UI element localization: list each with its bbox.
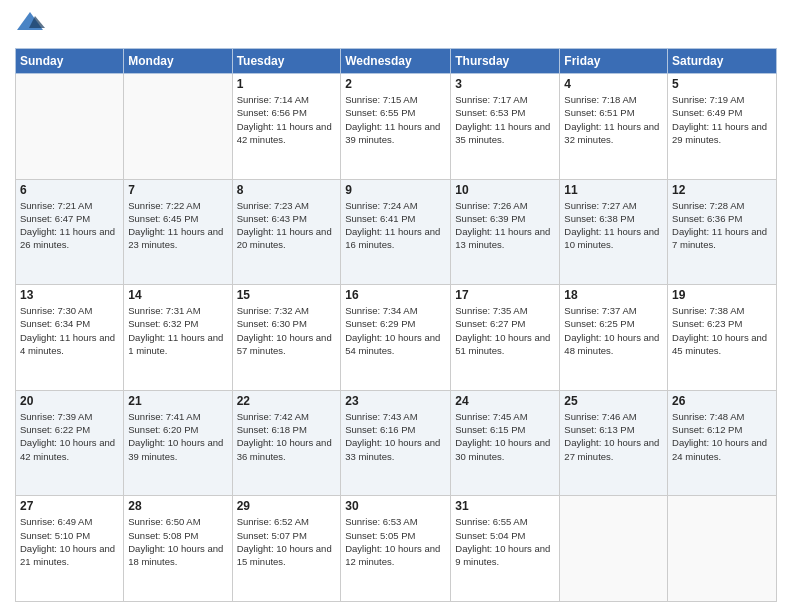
- calendar-cell: 1Sunrise: 7:14 AM Sunset: 6:56 PM Daylig…: [232, 74, 341, 180]
- calendar-cell: 23Sunrise: 7:43 AM Sunset: 6:16 PM Dayli…: [341, 390, 451, 496]
- calendar-table: SundayMondayTuesdayWednesdayThursdayFrid…: [15, 48, 777, 602]
- weekday-header-friday: Friday: [560, 49, 668, 74]
- calendar-cell: 13Sunrise: 7:30 AM Sunset: 6:34 PM Dayli…: [16, 285, 124, 391]
- weekday-header-tuesday: Tuesday: [232, 49, 341, 74]
- calendar-week-row: 20Sunrise: 7:39 AM Sunset: 6:22 PM Dayli…: [16, 390, 777, 496]
- calendar-cell: 31Sunrise: 6:55 AM Sunset: 5:04 PM Dayli…: [451, 496, 560, 602]
- day-info: Sunrise: 7:39 AM Sunset: 6:22 PM Dayligh…: [20, 410, 119, 463]
- day-info: Sunrise: 7:43 AM Sunset: 6:16 PM Dayligh…: [345, 410, 446, 463]
- weekday-header-wednesday: Wednesday: [341, 49, 451, 74]
- day-info: Sunrise: 7:30 AM Sunset: 6:34 PM Dayligh…: [20, 304, 119, 357]
- day-info: Sunrise: 7:22 AM Sunset: 6:45 PM Dayligh…: [128, 199, 227, 252]
- calendar-cell: 12Sunrise: 7:28 AM Sunset: 6:36 PM Dayli…: [668, 179, 777, 285]
- day-number: 5: [672, 77, 772, 91]
- calendar-cell: 6Sunrise: 7:21 AM Sunset: 6:47 PM Daylig…: [16, 179, 124, 285]
- day-info: Sunrise: 7:45 AM Sunset: 6:15 PM Dayligh…: [455, 410, 555, 463]
- day-number: 4: [564, 77, 663, 91]
- calendar-cell: 15Sunrise: 7:32 AM Sunset: 6:30 PM Dayli…: [232, 285, 341, 391]
- day-number: 2: [345, 77, 446, 91]
- calendar-cell: [560, 496, 668, 602]
- day-info: Sunrise: 7:48 AM Sunset: 6:12 PM Dayligh…: [672, 410, 772, 463]
- day-number: 23: [345, 394, 446, 408]
- day-number: 8: [237, 183, 337, 197]
- day-number: 14: [128, 288, 227, 302]
- day-info: Sunrise: 7:37 AM Sunset: 6:25 PM Dayligh…: [564, 304, 663, 357]
- day-info: Sunrise: 7:23 AM Sunset: 6:43 PM Dayligh…: [237, 199, 337, 252]
- calendar-cell: [124, 74, 232, 180]
- day-number: 25: [564, 394, 663, 408]
- day-info: Sunrise: 7:31 AM Sunset: 6:32 PM Dayligh…: [128, 304, 227, 357]
- calendar-cell: 7Sunrise: 7:22 AM Sunset: 6:45 PM Daylig…: [124, 179, 232, 285]
- calendar-cell: 18Sunrise: 7:37 AM Sunset: 6:25 PM Dayli…: [560, 285, 668, 391]
- day-info: Sunrise: 7:34 AM Sunset: 6:29 PM Dayligh…: [345, 304, 446, 357]
- calendar-cell: [668, 496, 777, 602]
- header: [15, 10, 777, 42]
- day-number: 19: [672, 288, 772, 302]
- day-info: Sunrise: 7:46 AM Sunset: 6:13 PM Dayligh…: [564, 410, 663, 463]
- day-info: Sunrise: 7:42 AM Sunset: 6:18 PM Dayligh…: [237, 410, 337, 463]
- day-number: 6: [20, 183, 119, 197]
- day-info: Sunrise: 7:41 AM Sunset: 6:20 PM Dayligh…: [128, 410, 227, 463]
- calendar-week-row: 6Sunrise: 7:21 AM Sunset: 6:47 PM Daylig…: [16, 179, 777, 285]
- day-number: 27: [20, 499, 119, 513]
- calendar-cell: 25Sunrise: 7:46 AM Sunset: 6:13 PM Dayli…: [560, 390, 668, 496]
- calendar-cell: 21Sunrise: 7:41 AM Sunset: 6:20 PM Dayli…: [124, 390, 232, 496]
- weekday-header-saturday: Saturday: [668, 49, 777, 74]
- page: SundayMondayTuesdayWednesdayThursdayFrid…: [0, 0, 792, 612]
- day-number: 10: [455, 183, 555, 197]
- calendar-cell: 16Sunrise: 7:34 AM Sunset: 6:29 PM Dayli…: [341, 285, 451, 391]
- day-info: Sunrise: 7:17 AM Sunset: 6:53 PM Dayligh…: [455, 93, 555, 146]
- day-number: 17: [455, 288, 555, 302]
- calendar-week-row: 13Sunrise: 7:30 AM Sunset: 6:34 PM Dayli…: [16, 285, 777, 391]
- day-number: 12: [672, 183, 772, 197]
- calendar-cell: 20Sunrise: 7:39 AM Sunset: 6:22 PM Dayli…: [16, 390, 124, 496]
- day-number: 20: [20, 394, 119, 408]
- day-number: 29: [237, 499, 337, 513]
- calendar-cell: 5Sunrise: 7:19 AM Sunset: 6:49 PM Daylig…: [668, 74, 777, 180]
- day-info: Sunrise: 6:50 AM Sunset: 5:08 PM Dayligh…: [128, 515, 227, 568]
- day-number: 11: [564, 183, 663, 197]
- calendar-cell: 10Sunrise: 7:26 AM Sunset: 6:39 PM Dayli…: [451, 179, 560, 285]
- weekday-header-monday: Monday: [124, 49, 232, 74]
- calendar-cell: 29Sunrise: 6:52 AM Sunset: 5:07 PM Dayli…: [232, 496, 341, 602]
- logo-icon: [15, 10, 45, 42]
- calendar-cell: [16, 74, 124, 180]
- calendar-cell: 9Sunrise: 7:24 AM Sunset: 6:41 PM Daylig…: [341, 179, 451, 285]
- logo: [15, 10, 47, 42]
- day-info: Sunrise: 7:18 AM Sunset: 6:51 PM Dayligh…: [564, 93, 663, 146]
- day-number: 15: [237, 288, 337, 302]
- calendar-cell: 4Sunrise: 7:18 AM Sunset: 6:51 PM Daylig…: [560, 74, 668, 180]
- day-info: Sunrise: 7:21 AM Sunset: 6:47 PM Dayligh…: [20, 199, 119, 252]
- day-info: Sunrise: 7:15 AM Sunset: 6:55 PM Dayligh…: [345, 93, 446, 146]
- weekday-header-sunday: Sunday: [16, 49, 124, 74]
- day-info: Sunrise: 7:24 AM Sunset: 6:41 PM Dayligh…: [345, 199, 446, 252]
- day-info: Sunrise: 7:35 AM Sunset: 6:27 PM Dayligh…: [455, 304, 555, 357]
- calendar-cell: 19Sunrise: 7:38 AM Sunset: 6:23 PM Dayli…: [668, 285, 777, 391]
- day-number: 13: [20, 288, 119, 302]
- day-info: Sunrise: 7:14 AM Sunset: 6:56 PM Dayligh…: [237, 93, 337, 146]
- day-number: 7: [128, 183, 227, 197]
- day-number: 3: [455, 77, 555, 91]
- calendar-week-row: 1Sunrise: 7:14 AM Sunset: 6:56 PM Daylig…: [16, 74, 777, 180]
- calendar-cell: 8Sunrise: 7:23 AM Sunset: 6:43 PM Daylig…: [232, 179, 341, 285]
- day-info: Sunrise: 7:38 AM Sunset: 6:23 PM Dayligh…: [672, 304, 772, 357]
- day-number: 1: [237, 77, 337, 91]
- calendar-week-row: 27Sunrise: 6:49 AM Sunset: 5:10 PM Dayli…: [16, 496, 777, 602]
- calendar-cell: 3Sunrise: 7:17 AM Sunset: 6:53 PM Daylig…: [451, 74, 560, 180]
- calendar-cell: 2Sunrise: 7:15 AM Sunset: 6:55 PM Daylig…: [341, 74, 451, 180]
- day-info: Sunrise: 6:55 AM Sunset: 5:04 PM Dayligh…: [455, 515, 555, 568]
- calendar-cell: 22Sunrise: 7:42 AM Sunset: 6:18 PM Dayli…: [232, 390, 341, 496]
- day-number: 21: [128, 394, 227, 408]
- day-number: 9: [345, 183, 446, 197]
- day-number: 31: [455, 499, 555, 513]
- day-number: 16: [345, 288, 446, 302]
- day-info: Sunrise: 6:49 AM Sunset: 5:10 PM Dayligh…: [20, 515, 119, 568]
- day-number: 18: [564, 288, 663, 302]
- day-info: Sunrise: 7:28 AM Sunset: 6:36 PM Dayligh…: [672, 199, 772, 252]
- weekday-header-thursday: Thursday: [451, 49, 560, 74]
- day-info: Sunrise: 7:26 AM Sunset: 6:39 PM Dayligh…: [455, 199, 555, 252]
- day-number: 22: [237, 394, 337, 408]
- day-number: 26: [672, 394, 772, 408]
- calendar-cell: 26Sunrise: 7:48 AM Sunset: 6:12 PM Dayli…: [668, 390, 777, 496]
- calendar-cell: 24Sunrise: 7:45 AM Sunset: 6:15 PM Dayli…: [451, 390, 560, 496]
